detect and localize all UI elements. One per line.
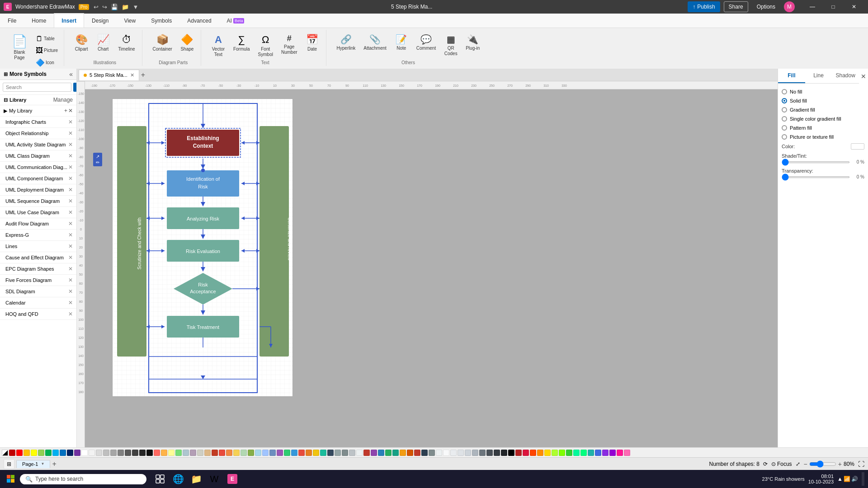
color-swatch[interactable]: [81, 450, 88, 456]
audit-flow-close[interactable]: ✕: [68, 221, 73, 227]
sidebar-item-infographic-charts[interactable]: Infographic Charts ✕: [0, 117, 76, 128]
color-swatch[interactable]: [291, 450, 297, 456]
timeline-button[interactable]: ⏱ Timeline: [115, 32, 138, 54]
tab-view[interactable]: View: [116, 13, 143, 28]
color-swatch[interactable]: [349, 450, 355, 456]
tab-file[interactable]: File: [0, 13, 24, 28]
color-swatch[interactable]: [385, 450, 392, 456]
hoq-qfd-close[interactable]: ✕: [68, 311, 73, 317]
page-tab-1[interactable]: Page-1 ▼: [16, 460, 50, 468]
chart-button[interactable]: 📈 Chart: [93, 32, 113, 54]
speaker-icon[interactable]: 🔊: [851, 476, 858, 482]
collapse-sidebar-button[interactable]: «: [69, 70, 73, 78]
color-swatch[interactable]: [226, 450, 232, 456]
color-swatch[interactable]: [501, 450, 507, 456]
color-swatch[interactable]: [602, 450, 609, 456]
color-swatch[interactable]: [421, 450, 428, 456]
clipart-button[interactable]: 🎨 Clipart: [71, 32, 91, 54]
vector-text-button[interactable]: A VectorText: [208, 32, 228, 60]
sidebar-item-lines[interactable]: Lines ✕: [0, 241, 76, 252]
color-swatch[interactable]: [530, 450, 536, 456]
color-swatch[interactable]: [190, 450, 196, 456]
identification-box[interactable]: [167, 170, 239, 197]
my-library-close-button[interactable]: ✕: [68, 108, 73, 114]
user-avatar[interactable]: M: [784, 1, 795, 12]
color-swatch[interactable]: [624, 450, 630, 456]
color-swatch[interactable]: [60, 450, 66, 456]
color-swatch[interactable]: [479, 450, 486, 456]
clock-area[interactable]: 08:01 10-10-2023: [808, 474, 834, 484]
zoom-in-button[interactable]: +: [838, 460, 842, 468]
color-swatch[interactable]: [342, 450, 348, 456]
color-swatch[interactable]: [132, 450, 138, 456]
task-view-button[interactable]: [152, 471, 168, 487]
lines-close[interactable]: ✕: [68, 243, 73, 249]
color-swatch[interactable]: [588, 450, 594, 456]
zoom-level[interactable]: 80%: [844, 461, 854, 467]
canvas-tab-main[interactable]: 5 Step Risk Ma... ✕: [79, 70, 139, 80]
tab-ai[interactable]: AI Beta: [219, 13, 252, 28]
sidebar-item-cause-effect[interactable]: Cause and Effect Diagram ✕: [0, 252, 76, 263]
focus-mode-area[interactable]: ⊙ Focus: [771, 461, 792, 467]
options-button[interactable]: Options: [752, 1, 780, 12]
undo-button[interactable]: ↩: [93, 3, 99, 11]
color-swatch[interactable]: [851, 143, 864, 150]
color-swatch[interactable]: [298, 450, 305, 456]
minimize-button[interactable]: —: [802, 0, 823, 14]
color-swatch[interactable]: [515, 450, 522, 456]
color-swatch[interactable]: [414, 450, 420, 456]
tab-symbols[interactable]: Symbols: [143, 13, 179, 28]
color-swatch[interactable]: [436, 450, 442, 456]
uml-usecase-close[interactable]: ✕: [68, 209, 73, 216]
add-tab-button[interactable]: +: [139, 71, 147, 79]
edge-browser-button[interactable]: 🌐: [170, 471, 186, 487]
sidebar-item-uml-sequence[interactable]: UML Sequence Diagram ✕: [0, 196, 76, 207]
search-button[interactable]: Search: [73, 83, 77, 92]
color-swatch[interactable]: [277, 450, 283, 456]
sidebar-item-uml-activity[interactable]: UML Activity State Diagram ✕: [0, 139, 76, 150]
color-swatch[interactable]: [175, 450, 182, 456]
cause-effect-close[interactable]: ✕: [68, 254, 73, 261]
fill-tab[interactable]: Fill: [778, 69, 805, 83]
start-button[interactable]: [4, 472, 18, 486]
color-swatch[interactable]: [110, 450, 117, 456]
color-swatch[interactable]: [212, 450, 218, 456]
color-swatch[interactable]: [45, 450, 52, 456]
color-swatch[interactable]: [219, 450, 225, 456]
color-swatch[interactable]: [125, 450, 131, 456]
redo-button[interactable]: ↪: [101, 3, 108, 11]
color-swatch[interactable]: [313, 450, 319, 456]
uml-deployment-close[interactable]: ✕: [68, 187, 73, 193]
color-swatch[interactable]: [486, 450, 493, 456]
color-swatch[interactable]: [494, 450, 500, 456]
color-swatch[interactable]: [103, 450, 109, 456]
color-swatch[interactable]: [269, 450, 276, 456]
color-swatch[interactable]: [146, 450, 153, 456]
color-swatch[interactable]: [168, 450, 175, 456]
uml-class-close[interactable]: ✕: [68, 153, 73, 159]
color-swatch[interactable]: [508, 450, 514, 456]
edrawmax-button[interactable]: E: [224, 471, 241, 487]
more-button[interactable]: ▼: [132, 3, 139, 11]
add-page-button[interactable]: +: [52, 460, 56, 468]
color-swatch[interactable]: [233, 450, 240, 456]
color-swatch[interactable]: [9, 450, 15, 456]
sidebar-item-hoq-qfd[interactable]: HOQ and QFD ✕: [0, 309, 76, 320]
maximize-button[interactable]: □: [823, 0, 844, 14]
color-swatch[interactable]: [24, 450, 30, 456]
transparency-slider[interactable]: [782, 176, 850, 178]
file-explorer-button[interactable]: 📁: [188, 471, 204, 487]
color-swatch[interactable]: [52, 450, 59, 456]
show-desktop-button[interactable]: [862, 472, 864, 486]
object-relationship-close[interactable]: ✕: [68, 130, 73, 136]
single-color-gradient-radio[interactable]: [782, 116, 787, 122]
color-swatch[interactable]: [161, 450, 167, 456]
sidebar-item-uml-component[interactable]: UML Component Diagram ✕: [0, 173, 76, 184]
color-swatch[interactable]: [306, 450, 312, 456]
color-swatch[interactable]: [356, 450, 363, 456]
pattern-fill-option[interactable]: Pattern fill: [782, 123, 864, 132]
gradient-fill-radio[interactable]: [782, 107, 787, 113]
color-swatch[interactable]: [262, 450, 269, 456]
color-swatch[interactable]: [31, 450, 37, 456]
color-swatch[interactable]: [537, 450, 543, 456]
